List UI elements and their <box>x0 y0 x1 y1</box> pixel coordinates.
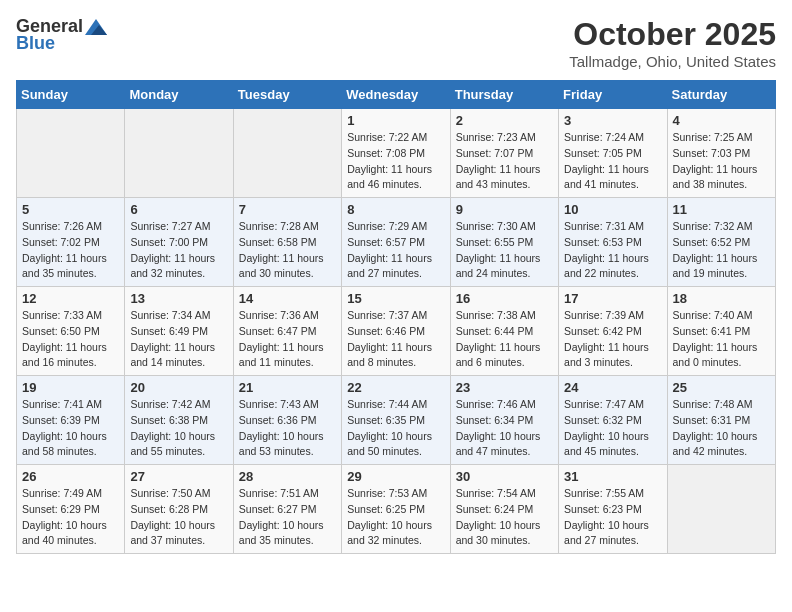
day-number: 4 <box>673 113 770 128</box>
day-info: Sunrise: 7:54 AM Sunset: 6:24 PM Dayligh… <box>456 486 553 549</box>
day-number: 22 <box>347 380 444 395</box>
day-info: Sunrise: 7:28 AM Sunset: 6:58 PM Dayligh… <box>239 219 336 282</box>
calendar-cell: 12Sunrise: 7:33 AM Sunset: 6:50 PM Dayli… <box>17 287 125 376</box>
day-info: Sunrise: 7:24 AM Sunset: 7:05 PM Dayligh… <box>564 130 661 193</box>
day-number: 31 <box>564 469 661 484</box>
day-info: Sunrise: 7:47 AM Sunset: 6:32 PM Dayligh… <box>564 397 661 460</box>
day-number: 19 <box>22 380 119 395</box>
title-area: October 2025 Tallmadge, Ohio, United Sta… <box>569 16 776 70</box>
day-info: Sunrise: 7:40 AM Sunset: 6:41 PM Dayligh… <box>673 308 770 371</box>
calendar-cell: 5Sunrise: 7:26 AM Sunset: 7:02 PM Daylig… <box>17 198 125 287</box>
day-info: Sunrise: 7:44 AM Sunset: 6:35 PM Dayligh… <box>347 397 444 460</box>
day-number: 3 <box>564 113 661 128</box>
day-info: Sunrise: 7:31 AM Sunset: 6:53 PM Dayligh… <box>564 219 661 282</box>
calendar-cell: 19Sunrise: 7:41 AM Sunset: 6:39 PM Dayli… <box>17 376 125 465</box>
calendar-cell: 18Sunrise: 7:40 AM Sunset: 6:41 PM Dayli… <box>667 287 775 376</box>
calendar-cell: 31Sunrise: 7:55 AM Sunset: 6:23 PM Dayli… <box>559 465 667 554</box>
day-number: 29 <box>347 469 444 484</box>
calendar-cell: 10Sunrise: 7:31 AM Sunset: 6:53 PM Dayli… <box>559 198 667 287</box>
day-number: 20 <box>130 380 227 395</box>
day-info: Sunrise: 7:34 AM Sunset: 6:49 PM Dayligh… <box>130 308 227 371</box>
day-number: 16 <box>456 291 553 306</box>
calendar-week-row: 5Sunrise: 7:26 AM Sunset: 7:02 PM Daylig… <box>17 198 776 287</box>
day-number: 18 <box>673 291 770 306</box>
day-number: 12 <box>22 291 119 306</box>
day-number: 9 <box>456 202 553 217</box>
calendar-cell: 14Sunrise: 7:36 AM Sunset: 6:47 PM Dayli… <box>233 287 341 376</box>
calendar-cell: 16Sunrise: 7:38 AM Sunset: 6:44 PM Dayli… <box>450 287 558 376</box>
day-number: 6 <box>130 202 227 217</box>
calendar-cell <box>667 465 775 554</box>
day-number: 14 <box>239 291 336 306</box>
header-day: Saturday <box>667 81 775 109</box>
day-number: 8 <box>347 202 444 217</box>
header-day: Friday <box>559 81 667 109</box>
day-number: 26 <box>22 469 119 484</box>
day-info: Sunrise: 7:46 AM Sunset: 6:34 PM Dayligh… <box>456 397 553 460</box>
calendar-cell <box>233 109 341 198</box>
day-info: Sunrise: 7:29 AM Sunset: 6:57 PM Dayligh… <box>347 219 444 282</box>
calendar-cell: 24Sunrise: 7:47 AM Sunset: 6:32 PM Dayli… <box>559 376 667 465</box>
calendar-cell: 6Sunrise: 7:27 AM Sunset: 7:00 PM Daylig… <box>125 198 233 287</box>
day-number: 23 <box>456 380 553 395</box>
header-day: Wednesday <box>342 81 450 109</box>
day-info: Sunrise: 7:30 AM Sunset: 6:55 PM Dayligh… <box>456 219 553 282</box>
calendar-cell: 7Sunrise: 7:28 AM Sunset: 6:58 PM Daylig… <box>233 198 341 287</box>
header: General Blue October 2025 Tallmadge, Ohi… <box>16 16 776 70</box>
calendar-cell: 1Sunrise: 7:22 AM Sunset: 7:08 PM Daylig… <box>342 109 450 198</box>
day-info: Sunrise: 7:55 AM Sunset: 6:23 PM Dayligh… <box>564 486 661 549</box>
day-info: Sunrise: 7:42 AM Sunset: 6:38 PM Dayligh… <box>130 397 227 460</box>
calendar-table: SundayMondayTuesdayWednesdayThursdayFrid… <box>16 80 776 554</box>
day-info: Sunrise: 7:36 AM Sunset: 6:47 PM Dayligh… <box>239 308 336 371</box>
day-number: 28 <box>239 469 336 484</box>
day-info: Sunrise: 7:41 AM Sunset: 6:39 PM Dayligh… <box>22 397 119 460</box>
calendar-cell: 3Sunrise: 7:24 AM Sunset: 7:05 PM Daylig… <box>559 109 667 198</box>
calendar-cell: 29Sunrise: 7:53 AM Sunset: 6:25 PM Dayli… <box>342 465 450 554</box>
day-number: 30 <box>456 469 553 484</box>
day-info: Sunrise: 7:25 AM Sunset: 7:03 PM Dayligh… <box>673 130 770 193</box>
calendar-cell: 27Sunrise: 7:50 AM Sunset: 6:28 PM Dayli… <box>125 465 233 554</box>
calendar-week-row: 19Sunrise: 7:41 AM Sunset: 6:39 PM Dayli… <box>17 376 776 465</box>
calendar-cell <box>17 109 125 198</box>
day-info: Sunrise: 7:32 AM Sunset: 6:52 PM Dayligh… <box>673 219 770 282</box>
day-number: 11 <box>673 202 770 217</box>
calendar-cell: 15Sunrise: 7:37 AM Sunset: 6:46 PM Dayli… <box>342 287 450 376</box>
calendar-week-row: 1Sunrise: 7:22 AM Sunset: 7:08 PM Daylig… <box>17 109 776 198</box>
calendar-cell: 20Sunrise: 7:42 AM Sunset: 6:38 PM Dayli… <box>125 376 233 465</box>
calendar-cell: 26Sunrise: 7:49 AM Sunset: 6:29 PM Dayli… <box>17 465 125 554</box>
day-info: Sunrise: 7:27 AM Sunset: 7:00 PM Dayligh… <box>130 219 227 282</box>
day-number: 15 <box>347 291 444 306</box>
day-number: 17 <box>564 291 661 306</box>
logo-icon <box>85 19 107 35</box>
calendar-cell: 28Sunrise: 7:51 AM Sunset: 6:27 PM Dayli… <box>233 465 341 554</box>
calendar-cell <box>125 109 233 198</box>
logo: General Blue <box>16 16 107 54</box>
calendar-cell: 11Sunrise: 7:32 AM Sunset: 6:52 PM Dayli… <box>667 198 775 287</box>
calendar-week-row: 12Sunrise: 7:33 AM Sunset: 6:50 PM Dayli… <box>17 287 776 376</box>
calendar-cell: 17Sunrise: 7:39 AM Sunset: 6:42 PM Dayli… <box>559 287 667 376</box>
day-number: 27 <box>130 469 227 484</box>
location-title: Tallmadge, Ohio, United States <box>569 53 776 70</box>
logo-blue: Blue <box>16 33 55 54</box>
calendar-cell: 9Sunrise: 7:30 AM Sunset: 6:55 PM Daylig… <box>450 198 558 287</box>
header-day: Tuesday <box>233 81 341 109</box>
day-info: Sunrise: 7:48 AM Sunset: 6:31 PM Dayligh… <box>673 397 770 460</box>
calendar-cell: 8Sunrise: 7:29 AM Sunset: 6:57 PM Daylig… <box>342 198 450 287</box>
calendar-cell: 25Sunrise: 7:48 AM Sunset: 6:31 PM Dayli… <box>667 376 775 465</box>
calendar-header: SundayMondayTuesdayWednesdayThursdayFrid… <box>17 81 776 109</box>
header-day: Monday <box>125 81 233 109</box>
day-number: 2 <box>456 113 553 128</box>
calendar-cell: 30Sunrise: 7:54 AM Sunset: 6:24 PM Dayli… <box>450 465 558 554</box>
day-info: Sunrise: 7:26 AM Sunset: 7:02 PM Dayligh… <box>22 219 119 282</box>
header-row: SundayMondayTuesdayWednesdayThursdayFrid… <box>17 81 776 109</box>
header-day: Thursday <box>450 81 558 109</box>
day-number: 13 <box>130 291 227 306</box>
header-day: Sunday <box>17 81 125 109</box>
day-number: 1 <box>347 113 444 128</box>
calendar-cell: 22Sunrise: 7:44 AM Sunset: 6:35 PM Dayli… <box>342 376 450 465</box>
day-info: Sunrise: 7:33 AM Sunset: 6:50 PM Dayligh… <box>22 308 119 371</box>
day-number: 25 <box>673 380 770 395</box>
day-info: Sunrise: 7:23 AM Sunset: 7:07 PM Dayligh… <box>456 130 553 193</box>
calendar-body: 1Sunrise: 7:22 AM Sunset: 7:08 PM Daylig… <box>17 109 776 554</box>
day-number: 24 <box>564 380 661 395</box>
